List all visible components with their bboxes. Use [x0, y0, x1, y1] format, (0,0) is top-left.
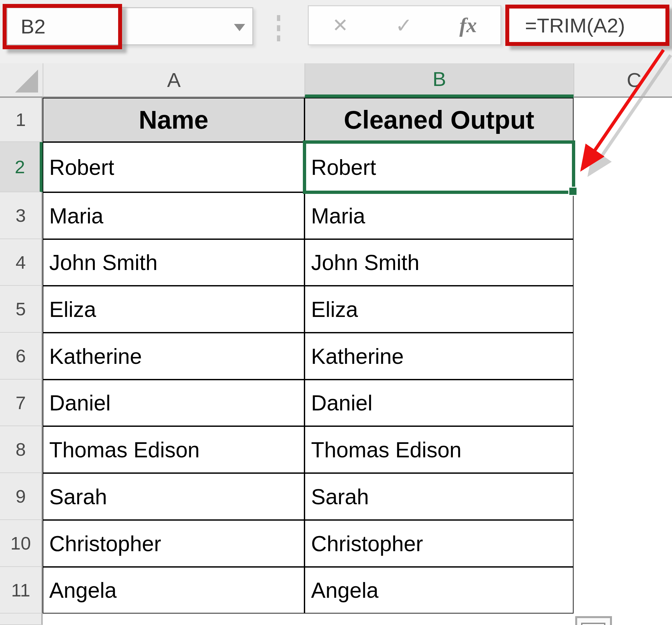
cell-B8[interactable]: Thomas Edison	[305, 426, 574, 473]
row-header-11[interactable]: 11	[0, 567, 43, 614]
cell-B3[interactable]: Maria	[305, 192, 574, 239]
row-header-8[interactable]: 8	[0, 426, 43, 473]
paste-options-icon	[581, 623, 605, 625]
cell-B4[interactable]: John Smith	[305, 239, 574, 286]
cell-A7[interactable]: Daniel	[43, 380, 305, 426]
cell-A10[interactable]: Christopher	[43, 520, 305, 567]
cell-A8[interactable]: Thomas Edison	[43, 426, 305, 473]
cell-B9[interactable]: Sarah	[305, 473, 574, 520]
row-header-3[interactable]: 3	[0, 192, 43, 239]
row-header-5[interactable]: 5	[0, 286, 43, 333]
insert-function-fx-icon[interactable]: fx	[459, 13, 477, 38]
formula-bar-input[interactable]: =TRIM(A2)	[505, 5, 669, 46]
cell-A5[interactable]: Eliza	[43, 286, 305, 333]
cell-A4[interactable]: John Smith	[43, 239, 305, 286]
cell-B10[interactable]: Christopher	[305, 520, 574, 567]
row-header-6[interactable]: 6	[0, 333, 43, 380]
cell-A3[interactable]: Maria	[43, 192, 305, 239]
cell-B11[interactable]: Angela	[305, 567, 574, 614]
cancel-icon[interactable]: ✕	[332, 14, 349, 37]
cell-B5[interactable]: Eliza	[305, 286, 574, 333]
column-header-C[interactable]: C	[574, 63, 672, 98]
row-header-10[interactable]: 10	[0, 520, 43, 567]
cell-A6[interactable]: Katherine	[43, 333, 305, 380]
fill-handle[interactable]	[568, 187, 577, 196]
formula-bar-buttons: ✕ ✓ fx	[308, 5, 501, 45]
select-all-triangle-icon	[15, 70, 38, 93]
row-header-1[interactable]: 1	[0, 98, 43, 142]
column-header-A[interactable]: A	[43, 63, 305, 98]
cell-A1[interactable]: Name	[43, 98, 305, 142]
row-header-9[interactable]: 9	[0, 473, 43, 520]
cell-A11[interactable]: Angela	[43, 567, 305, 614]
formula-bar-separator-icon	[277, 15, 280, 41]
row-header-12-partial[interactable]	[0, 614, 43, 625]
row-header-4[interactable]: 4	[0, 239, 43, 286]
name-box-red-highlight	[3, 4, 122, 49]
select-all-corner[interactable]	[0, 63, 43, 98]
row-header-7[interactable]: 7	[0, 380, 43, 426]
column-header-B[interactable]: B	[305, 63, 574, 98]
cell-B2[interactable]: Robert	[305, 142, 574, 192]
enter-check-icon[interactable]: ✓	[395, 14, 412, 38]
cell-A9[interactable]: Sarah	[43, 473, 305, 520]
chevron-down-icon[interactable]	[234, 24, 245, 31]
cell-B7[interactable]: Daniel	[305, 380, 574, 426]
excel-window: B2 ✕ ✓ fx =TRIM(A2) A B C 1NameCleaned O…	[0, 0, 672, 625]
row-header-2[interactable]: 2	[0, 142, 43, 192]
cell-A2[interactable]: Robert	[43, 142, 305, 192]
cell-B1[interactable]: Cleaned Output	[305, 98, 574, 142]
formula-bar-row: B2 ✕ ✓ fx =TRIM(A2)	[0, 0, 672, 63]
cell-B6[interactable]: Katherine	[305, 333, 574, 380]
paste-options-button[interactable]	[575, 616, 612, 625]
formula-text[interactable]: =TRIM(A2)	[509, 14, 625, 37]
